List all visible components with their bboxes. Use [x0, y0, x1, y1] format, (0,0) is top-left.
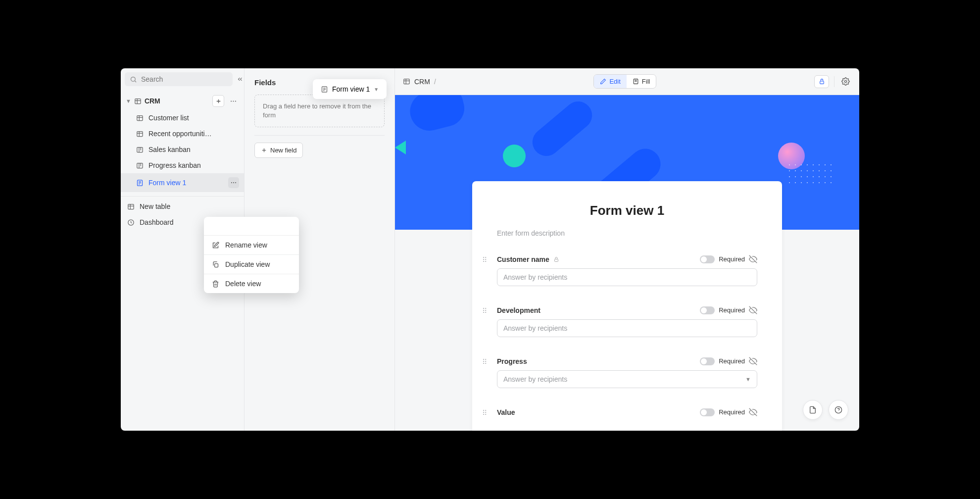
- required-label: Required: [719, 306, 745, 314]
- duplicate-view-item[interactable]: Duplicate view: [204, 254, 299, 274]
- lock-icon: [819, 78, 825, 85]
- answer-select[interactable]: Answer by recipients ▼: [497, 370, 757, 388]
- drag-handle-icon[interactable]: ⠿: [482, 409, 487, 417]
- sidebar-item-form-view-1[interactable]: Form view 1: [121, 173, 244, 192]
- view-label: Customer list: [148, 114, 189, 122]
- breadcrumb-table[interactable]: CRM: [414, 78, 430, 86]
- field-label: Progress: [497, 357, 527, 365]
- svg-point-9: [235, 100, 236, 101]
- form-icon: [136, 179, 144, 187]
- field-label: Development: [497, 306, 540, 314]
- svg-rect-41: [820, 81, 824, 84]
- view-label: Progress kanban: [148, 161, 201, 169]
- field-label: Customer name: [497, 255, 549, 263]
- hide-field-button[interactable]: [749, 408, 757, 416]
- required-label: Required: [719, 408, 745, 416]
- svg-point-27: [233, 182, 234, 183]
- svg-rect-10: [137, 115, 142, 120]
- required-toggle[interactable]: [700, 357, 715, 365]
- form-description[interactable]: Enter form description: [497, 229, 757, 237]
- required-toggle[interactable]: [700, 255, 715, 263]
- form-field-development: ⠿ Development Required Answer by recipie…: [497, 306, 757, 337]
- view-label: Form view 1: [148, 179, 186, 187]
- form-icon: [321, 86, 328, 93]
- new-table-label: New table: [140, 202, 170, 210]
- svg-rect-13: [137, 131, 142, 136]
- copy-icon: [212, 261, 219, 268]
- svg-line-1: [135, 81, 136, 82]
- table-icon: [127, 203, 135, 210]
- kanban-icon: [136, 162, 144, 169]
- chevron-down-icon: ▼: [745, 376, 751, 382]
- lock-button[interactable]: [814, 75, 829, 88]
- search-icon: [130, 76, 137, 83]
- edit-icon: [212, 242, 219, 249]
- table-header-crm[interactable]: ▼ CRM: [121, 92, 244, 110]
- chevron-down-icon[interactable]: ▼: [126, 98, 131, 104]
- fill-mode-button[interactable]: Fill: [627, 75, 656, 88]
- svg-rect-2: [135, 99, 141, 103]
- svg-point-0: [131, 77, 136, 81]
- dashboard-label: Dashboard: [140, 218, 174, 226]
- breadcrumb: CRM /: [403, 78, 436, 86]
- delete-view-item[interactable]: Delete view: [204, 274, 299, 293]
- trash-icon: [212, 280, 219, 288]
- help-button[interactable]: [829, 400, 848, 420]
- more-icon: [230, 98, 237, 105]
- svg-point-26: [231, 182, 232, 183]
- docs-button[interactable]: [803, 400, 823, 420]
- svg-point-28: [235, 182, 236, 183]
- add-view-button[interactable]: [212, 95, 224, 107]
- topbar: CRM / Edit Fill: [395, 68, 859, 95]
- form-title[interactable]: Form view 1: [497, 203, 757, 218]
- svg-point-7: [231, 100, 232, 101]
- drag-handle-icon[interactable]: ⠿: [482, 307, 487, 315]
- new-table-button[interactable]: New table: [121, 199, 244, 214]
- hide-field-button[interactable]: [749, 357, 757, 365]
- mode-toggle: Edit Fill: [593, 74, 656, 89]
- search-bar[interactable]: [125, 72, 233, 86]
- sidebar-item-customer-list[interactable]: Customer list: [121, 110, 244, 126]
- table-more-button[interactable]: [227, 95, 239, 107]
- breadcrumb-view-dropdown[interactable]: Form view 1 ▼: [313, 79, 387, 99]
- form-icon: [633, 78, 639, 85]
- field-dropzone[interactable]: Drag a field here to remove it from the …: [254, 95, 385, 127]
- field-label: Value: [497, 408, 515, 416]
- rename-view-item[interactable]: Rename view: [204, 236, 299, 254]
- settings-button[interactable]: [839, 76, 851, 88]
- table-icon: [136, 130, 144, 138]
- sidebar-item-sales-kanban[interactable]: Sales kanban: [121, 142, 244, 157]
- required-toggle[interactable]: [700, 306, 715, 314]
- answer-input[interactable]: Answer by recipients: [497, 268, 757, 286]
- view-label: Sales kanban: [148, 146, 191, 153]
- help-icon: [834, 406, 842, 414]
- lock-icon: [553, 256, 559, 262]
- required-toggle[interactable]: [700, 408, 715, 416]
- chevron-down-icon: ▼: [374, 87, 379, 92]
- view-context-menu: Rename view Duplicate view Delete view: [204, 217, 299, 293]
- svg-rect-35: [404, 79, 409, 84]
- edit-mode-button[interactable]: Edit: [594, 75, 626, 88]
- collapse-sidebar-button[interactable]: [237, 74, 244, 85]
- drag-handle-icon[interactable]: ⠿: [482, 256, 487, 264]
- form-card: Form view 1 Enter form description ⠿ Cus…: [472, 181, 782, 431]
- view-more-button[interactable]: [228, 177, 239, 188]
- drag-handle-icon[interactable]: ⠿: [482, 358, 487, 366]
- chevron-double-left-icon: [237, 76, 244, 83]
- new-field-button[interactable]: New field: [254, 143, 303, 158]
- search-input[interactable]: [141, 75, 228, 83]
- table-icon: [136, 114, 144, 122]
- pencil-icon: [600, 78, 606, 85]
- kanban-icon: [136, 146, 144, 153]
- sidebar-item-recent-opportunities[interactable]: Recent opportuniti…: [121, 126, 244, 142]
- hide-field-button[interactable]: [749, 255, 757, 263]
- document-icon: [809, 406, 817, 414]
- svg-rect-29: [128, 204, 133, 209]
- main: CRM / Edit Fill: [395, 68, 859, 431]
- hide-field-button[interactable]: [749, 306, 757, 314]
- clock-icon: [127, 219, 135, 226]
- sidebar-item-progress-kanban[interactable]: Progress kanban: [121, 157, 244, 173]
- form-field-value: ⠿ Value Required: [497, 408, 757, 416]
- svg-rect-43: [554, 259, 558, 261]
- answer-input[interactable]: Answer by recipients: [497, 319, 757, 337]
